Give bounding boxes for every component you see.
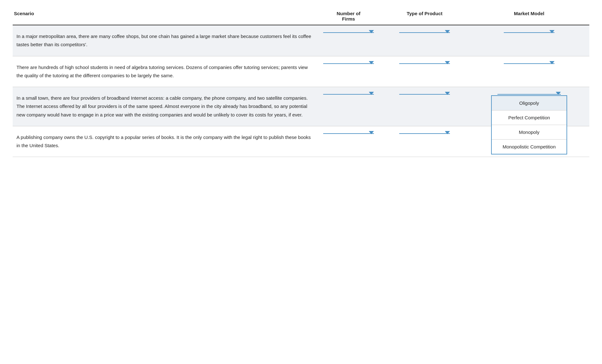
dropdown-option-perfect-competition[interactable]: Perfect Competition [492,110,567,125]
product-dropdown-bar-2 [399,63,450,64]
product-dropdown-arrow-2 [445,61,450,64]
firms-dropdown-arrow-2 [369,61,374,64]
firms-dropdown-bar-4 [323,133,374,134]
market-dropdown-arrow-2 [549,61,554,64]
dropdown-option-monopoly[interactable]: Monopoly [492,125,567,140]
market-dropdown-open-3[interactable]: Oligopoly Perfect Competition Monopoly M… [497,94,561,95]
scenario-cell-3: In a small town, there are four provider… [13,87,317,126]
firms-dropdown-3[interactable] [323,94,374,95]
firms-cell-1[interactable] [317,25,380,56]
market-dropdown-open-bar-3 [497,94,561,95]
column-header-market: Market Model [469,9,589,23]
product-cell-1[interactable] [380,25,469,56]
market-dropdown-2[interactable] [504,63,554,64]
firms-cell-3[interactable] [317,87,380,126]
table-row: There are hundreds of high school studen… [13,56,589,87]
firms-dropdown-arrow-3 [369,92,374,95]
scenario-text-4: A publishing company owns the U.S. copyr… [16,133,313,150]
firms-cell-4[interactable] [317,126,380,157]
product-dropdown-bar-3 [399,94,450,95]
table-header: Scenario Number of Firms Type of Product… [13,9,589,25]
product-dropdown-arrow-1 [445,30,450,33]
market-cell-3[interactable]: Oligopoly Perfect Competition Monopoly M… [469,87,589,126]
dropdown-option-monopolistic-competition[interactable]: Monopolistic Competition [492,140,567,154]
main-table: Scenario Number of Firms Type of Product… [13,9,589,157]
market-dropdown-menu-3[interactable]: Oligopoly Perfect Competition Monopoly M… [491,95,567,154]
market-dropdown-arrow-1 [549,30,554,33]
firms-dropdown-2[interactable] [323,63,374,64]
product-cell-2[interactable] [380,56,469,87]
market-cell-1[interactable] [469,25,589,56]
scenario-text-2: There are hundreds of high school studen… [16,63,313,80]
firms-dropdown-bar-3 [323,94,374,95]
firms-dropdown-bar-1 [323,32,374,33]
firms-dropdown-arrow-1 [369,30,374,33]
table-row: In a major metropolitan area, there are … [13,25,589,56]
firms-dropdown-4[interactable] [323,133,374,134]
product-dropdown-1[interactable] [399,32,450,33]
firms-header-line2: Firms [342,16,355,22]
product-dropdown-arrow-3 [445,92,450,95]
column-header-scenario: Scenario [13,9,317,23]
market-dropdown-open-arrow-3 [556,92,561,95]
product-cell-4[interactable] [380,126,469,157]
scenario-cell-4: A publishing company owns the U.S. copyr… [13,126,317,157]
column-header-firms: Number of Firms [317,9,380,23]
product-dropdown-4[interactable] [399,133,450,134]
firms-dropdown-bar-2 [323,63,374,64]
product-dropdown-2[interactable] [399,63,450,64]
market-cell-2[interactable] [469,56,589,87]
dropdown-option-oligopoly[interactable]: Oligopoly [492,96,567,110]
firms-cell-2[interactable] [317,56,380,87]
product-dropdown-arrow-4 [445,131,450,134]
market-dropdown-bar-1 [504,32,554,33]
scenario-text-1: In a major metropolitan area, there are … [16,32,313,49]
table-row: In a small town, there are four provider… [13,87,589,126]
market-dropdown-1[interactable] [504,32,554,33]
product-cell-3[interactable] [380,87,469,126]
scenario-cell-1: In a major metropolitan area, there are … [13,25,317,56]
table-body: In a major metropolitan area, there are … [13,25,589,157]
product-dropdown-bar-4 [399,133,450,134]
scenario-cell-2: There are hundreds of high school studen… [13,56,317,87]
firms-dropdown-arrow-4 [369,131,374,134]
market-dropdown-bar-2 [504,63,554,64]
firms-header-line1: Number of [320,11,377,16]
product-dropdown-bar-1 [399,32,450,33]
product-dropdown-3[interactable] [399,94,450,95]
scenario-text-3: In a small town, there are four provider… [16,94,313,119]
firms-dropdown-1[interactable] [323,32,374,33]
column-header-product: Type of Product [380,9,469,23]
